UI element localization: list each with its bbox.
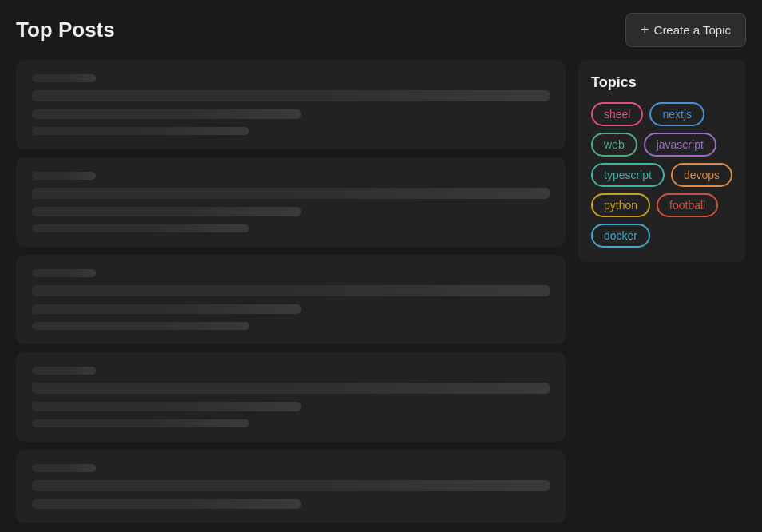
skeleton-line-long [32,383,550,394]
skeleton-line-long [32,480,550,491]
skeleton-title-short [32,74,96,82]
plus-icon: + [641,22,649,38]
skeleton-title-short [32,172,96,180]
header: Top Posts + Create a Topic [0,0,762,60]
skeleton-subtitle [32,109,301,119]
topics-grid: sheelnextjswebjavascripttypescriptdevops… [591,102,733,248]
skeleton-line-long [32,90,550,101]
skeleton-title-short [32,367,96,375]
skeleton-line-long [32,188,550,199]
skeleton-subtitle [32,304,301,314]
skeleton-subtitle [32,402,301,411]
create-topic-button[interactable]: + Create a Topic [625,13,746,47]
topics-card: Topics sheelnextjswebjavascripttypescrip… [578,60,746,262]
skeleton-title-short [32,464,96,472]
post-card [16,450,566,523]
topics-title: Topics [591,74,733,91]
posts-list [16,60,566,523]
topic-tag-javascript[interactable]: javascript [644,133,716,157]
post-card [16,157,566,247]
main-content: Topics sheelnextjswebjavascripttypescrip… [0,60,762,532]
page-title: Top Posts [16,18,115,42]
skeleton-meta [32,224,249,232]
topic-tag-nextjs[interactable]: nextjs [649,102,704,126]
post-card [16,352,566,442]
skeleton-subtitle [32,499,301,509]
sidebar: Topics sheelnextjswebjavascripttypescrip… [578,60,746,523]
topic-tag-web[interactable]: web [591,133,637,157]
skeleton-subtitle [32,207,301,216]
skeleton-title-short [32,269,96,277]
topic-tag-sheel[interactable]: sheel [591,102,643,126]
page-container: Top Posts + Create a Topic [0,0,762,532]
topic-tag-football[interactable]: football [657,193,718,217]
topic-tag-typescript[interactable]: typescript [591,163,665,187]
skeleton-line-long [32,285,550,296]
create-topic-label: Create a Topic [654,23,731,37]
skeleton-meta [32,322,249,330]
skeleton-meta [32,127,249,135]
skeleton-meta [32,419,249,427]
post-card [16,255,566,344]
topic-tag-devops[interactable]: devops [671,163,732,187]
post-card [16,60,566,149]
topic-tag-python[interactable]: python [591,193,650,217]
topic-tag-docker[interactable]: docker [591,224,650,248]
